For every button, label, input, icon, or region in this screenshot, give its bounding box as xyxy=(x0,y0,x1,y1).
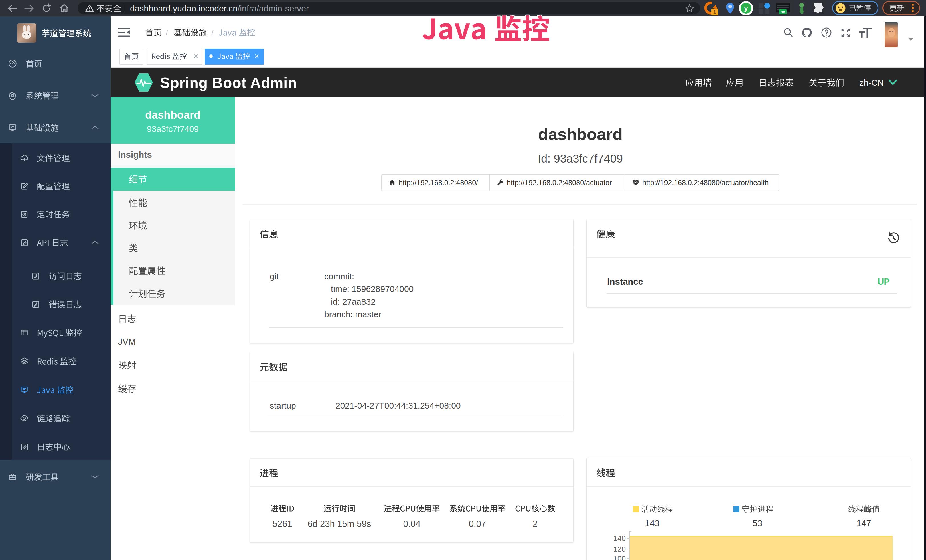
svg-text:on: on xyxy=(781,10,785,14)
svg-text:1: 1 xyxy=(713,9,716,15)
svg-text:y: y xyxy=(744,4,748,12)
